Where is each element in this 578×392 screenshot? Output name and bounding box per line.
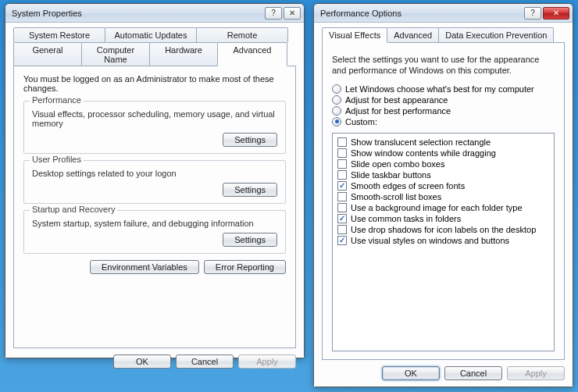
performance-options-dialog: Performance Options ? ✕ Visual Effects A…: [313, 3, 573, 387]
close-button[interactable]: ✕: [284, 7, 301, 20]
checkbox-icon: [337, 203, 347, 212]
visual-effects-checklist[interactable]: Show translucent selection rectangleShow…: [332, 133, 555, 351]
tab-remote[interactable]: Remote: [196, 27, 288, 42]
tab-automatic-updates[interactable]: Automatic Updates: [105, 27, 197, 42]
check-option[interactable]: Use visual styles on windows and buttons: [336, 235, 551, 246]
checkbox-icon: [337, 159, 347, 169]
titlebar-buttons: ? ✕: [524, 7, 569, 20]
user-profiles-settings-button[interactable]: Settings: [223, 183, 277, 197]
error-reporting-button[interactable]: Error Reporting: [204, 260, 286, 274]
checkbox-icon: [337, 214, 347, 223]
admin-notice: You must be logged on as an Administrato…: [23, 74, 286, 93]
check-label: Smooth-scroll list boxes: [351, 192, 441, 201]
tab-advanced[interactable]: Advanced: [217, 42, 287, 66]
radio-label: Let Windows choose what's best for my co…: [345, 84, 534, 94]
close-icon: ✕: [289, 9, 295, 17]
check-option[interactable]: Smooth edges of screen fonts: [336, 180, 551, 191]
titlebar-buttons: ? ✕: [265, 7, 301, 20]
check-label: Slide open combo boxes: [351, 159, 444, 169]
checkbox-icon: [337, 225, 347, 234]
system-properties-dialog: System Properties ? ✕ System Restore Aut…: [5, 3, 305, 358]
tab-computer-name[interactable]: Computer Name: [81, 42, 150, 66]
checkbox-icon: [337, 148, 347, 158]
dialog-body: System Restore Automatic Updates Remote …: [5, 23, 304, 358]
apply-button[interactable]: Apply: [507, 366, 565, 380]
extra-buttons-row: Environment Variables Error Reporting: [23, 260, 286, 274]
tab-content-visual-effects: Select the settings you want to use for …: [322, 42, 565, 360]
performance-group: Performance Visual effects, processor sc…: [23, 101, 286, 154]
check-label: Show window contents while dragging: [351, 148, 496, 158]
title-text: System Properties: [12, 9, 265, 18]
radio-group: Let Windows choose what's best for my co…: [332, 83, 555, 128]
radio-label: Custom:: [345, 117, 377, 127]
radio-label: Adjust for best performance: [345, 106, 451, 116]
group-title: Startup and Recovery: [30, 205, 117, 214]
check-option[interactable]: Use drop shadows for icon labels on the …: [336, 224, 551, 235]
startup-settings-button[interactable]: Settings: [223, 233, 277, 247]
check-option[interactable]: Use common tasks in folders: [336, 213, 551, 224]
performance-settings-button[interactable]: Settings: [223, 133, 277, 147]
tab-row-upper: System Restore Automatic Updates Remote: [13, 27, 296, 42]
tab-row-lower: General Computer Name Hardware Advanced: [13, 42, 296, 66]
help-icon: ?: [271, 9, 276, 17]
check-option[interactable]: Show translucent selection rectangle: [336, 137, 551, 148]
check-option[interactable]: Smooth-scroll list boxes: [336, 191, 551, 202]
checkbox-icon: [337, 192, 347, 201]
help-button[interactable]: ?: [524, 7, 541, 20]
radio-option[interactable]: Custom:: [332, 117, 555, 127]
tab-advanced[interactable]: Advanced: [387, 27, 439, 43]
close-icon: ✕: [553, 9, 559, 17]
radio-option[interactable]: Let Windows choose what's best for my co…: [332, 84, 555, 94]
environment-variables-button[interactable]: Environment Variables: [90, 260, 199, 274]
group-text: Visual effects, processor scheduling, me…: [32, 109, 277, 128]
checkbox-icon: [337, 236, 347, 245]
checkbox-icon: [337, 181, 347, 191]
tab-dep[interactable]: Data Execution Prevention: [438, 27, 554, 43]
check-label: Use a background image for each folder t…: [351, 203, 523, 212]
check-label: Show translucent selection rectangle: [351, 137, 491, 147]
tab-general[interactable]: General: [13, 42, 82, 66]
radio-icon: [332, 117, 341, 127]
radio-icon: [332, 95, 341, 105]
tab-visual-effects[interactable]: Visual Effects: [322, 27, 387, 43]
check-label: Slide taskbar buttons: [351, 170, 431, 180]
check-option[interactable]: Slide taskbar buttons: [336, 169, 551, 180]
tab-row: Visual Effects Advanced Data Execution P…: [322, 27, 565, 43]
group-title: Performance: [30, 95, 84, 105]
check-label: Use visual styles on windows and buttons: [351, 236, 509, 245]
radio-icon: [332, 84, 341, 94]
check-label: Use common tasks in folders: [351, 214, 461, 223]
group-text: Desktop settings related to your logon: [32, 169, 277, 178]
help-button[interactable]: ?: [265, 7, 282, 20]
dialog-action-buttons: OK Cancel Apply: [322, 360, 565, 380]
check-label: Use drop shadows for icon labels on the …: [351, 225, 536, 234]
tab-hardware[interactable]: Hardware: [149, 42, 218, 66]
check-option[interactable]: Show window contents while dragging: [336, 148, 551, 159]
title-text: Performance Options: [320, 9, 524, 18]
close-button[interactable]: ✕: [543, 7, 569, 20]
radio-label: Adjust for best appearance: [345, 95, 448, 105]
user-profiles-group: User Profiles Desktop settings related t…: [23, 160, 286, 204]
tab-system-restore[interactable]: System Restore: [13, 27, 105, 42]
ok-button[interactable]: OK: [113, 355, 171, 369]
ok-button[interactable]: OK: [382, 366, 440, 380]
titlebar[interactable]: System Properties ? ✕: [5, 4, 304, 23]
tab-content-advanced: You must be logged on as an Administrato…: [13, 66, 296, 348]
group-button-row: Settings: [32, 133, 277, 147]
radio-icon: [332, 106, 341, 116]
check-option[interactable]: Slide open combo boxes: [336, 159, 551, 169]
radio-option[interactable]: Adjust for best performance: [332, 106, 555, 116]
dialog-action-buttons: OK Cancel Apply: [13, 348, 296, 369]
description-text: Select the settings you want to use for …: [332, 54, 555, 77]
startup-recovery-group: Startup and Recovery System startup, sys…: [23, 210, 286, 254]
radio-option[interactable]: Adjust for best appearance: [332, 95, 555, 105]
group-button-row: Settings: [32, 233, 277, 247]
titlebar[interactable]: Performance Options ? ✕: [314, 4, 573, 23]
apply-button[interactable]: Apply: [238, 355, 296, 369]
checkbox-icon: [337, 137, 347, 147]
cancel-button[interactable]: Cancel: [176, 355, 234, 369]
help-icon: ?: [530, 9, 535, 17]
group-title: User Profiles: [30, 155, 84, 164]
check-option[interactable]: Use a background image for each folder t…: [336, 202, 551, 213]
cancel-button[interactable]: Cancel: [444, 366, 502, 380]
